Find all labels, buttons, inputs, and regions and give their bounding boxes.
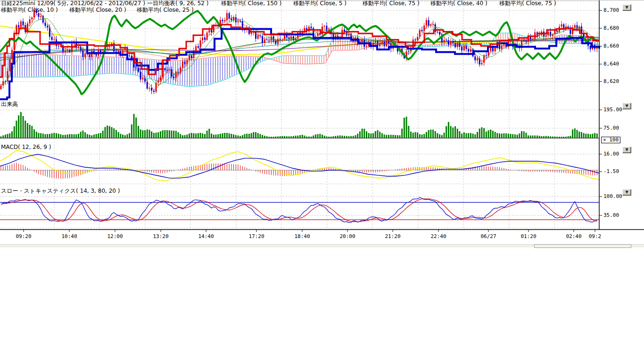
indicator-label: 移動平均( Close, 75 ) xyxy=(499,0,556,7)
horizontal-scrollbar[interactable] xyxy=(0,244,644,247)
indicator-label: 移動平均( Close, 10 ) xyxy=(1,7,58,13)
y-axis-tick-label: 100.00 xyxy=(603,193,622,199)
chart-window: 日経225mini 12/09( 5分, 2012/06/22 - 2012/0… xyxy=(0,0,644,362)
volume-pane-label: 出来高 xyxy=(1,100,18,108)
x-axis-tick-label: 12:00 xyxy=(107,233,123,239)
y-axis-tick-label: 35.00 xyxy=(603,212,619,218)
indicator-label: 移動平均( Close, 5 ) xyxy=(293,0,347,7)
y-axis-tick-label: -1.50 xyxy=(603,168,619,174)
y-axis-tick-label: 8,620 xyxy=(603,78,619,84)
x-axis-tick-label: 02:40 xyxy=(566,233,581,239)
x-axis-tick-label: 21:20 xyxy=(385,233,400,239)
x-axis-tick-label: 17:20 xyxy=(248,233,264,239)
indicator-label: 移動平均( Close, 20 ) xyxy=(69,7,126,13)
chart-canvas xyxy=(0,0,644,250)
x-axis-tick-label: 18:40 xyxy=(294,233,310,239)
macd-pane-label: MACD( 12, 26, 9 ) xyxy=(1,144,51,150)
y-axis-tick-label: 8,640 xyxy=(603,61,619,67)
y-axis-tick-label: 8,680 xyxy=(603,25,619,31)
stoch-pane-label: スロー・ストキャスティクス( 14, 3, 80, 20 ) xyxy=(1,187,120,195)
x-axis-tick-label: 22:40 xyxy=(430,233,446,239)
y-axis-tick-label: 75.00 xyxy=(603,125,619,131)
indicator-label: 移動平均( Close, 25 ) xyxy=(137,7,194,13)
x-axis-tick-label: 09:20 xyxy=(16,233,31,239)
y-axis-tick-label: 195.00 xyxy=(603,107,622,113)
indicator-label: 日経225mini 12/09( 5分, 2012/06/22 - 2012/0… xyxy=(1,0,145,7)
x-axis-tick-label: 20:00 xyxy=(339,233,355,239)
y-axis-tick-label: 8,660 xyxy=(603,43,619,49)
indicator-label: 移動平均( Close, 150 ) xyxy=(221,0,281,7)
x-axis-tick-label: 14:40 xyxy=(198,233,214,239)
y-axis-tick-label: 8,700 xyxy=(603,7,619,13)
scrollbar-thumb[interactable] xyxy=(534,244,631,248)
pane-dropdown-button-price[interactable]: ▼ xyxy=(622,4,631,11)
indicator-label: 一目均衡表( 9, 26, 52 ) xyxy=(147,0,208,7)
pane-dropdown-button-volume[interactable]: ▼ xyxy=(622,103,631,109)
indicator-label: 移動平均( Close, 75 ) xyxy=(363,0,420,7)
pane-dropdown-button-stoch[interactable]: ▼ xyxy=(622,189,631,196)
x-axis-tick-label: 09:2 xyxy=(589,233,602,239)
pane-dropdown-button-macd[interactable]: ▼ xyxy=(622,147,631,153)
y-axis-tick-label: 16.00 xyxy=(603,151,619,157)
indicator-label: 移動平均( Close, 40 ) xyxy=(430,0,487,7)
x-axis-tick-label: 06/27 xyxy=(480,233,496,239)
x-axis-tick-label: 13:20 xyxy=(153,233,168,239)
volume-multiplier-box: × 100 xyxy=(601,137,620,143)
x-axis-tick-label: 10:40 xyxy=(61,233,77,239)
x-axis-tick-label: 01:20 xyxy=(520,233,536,239)
